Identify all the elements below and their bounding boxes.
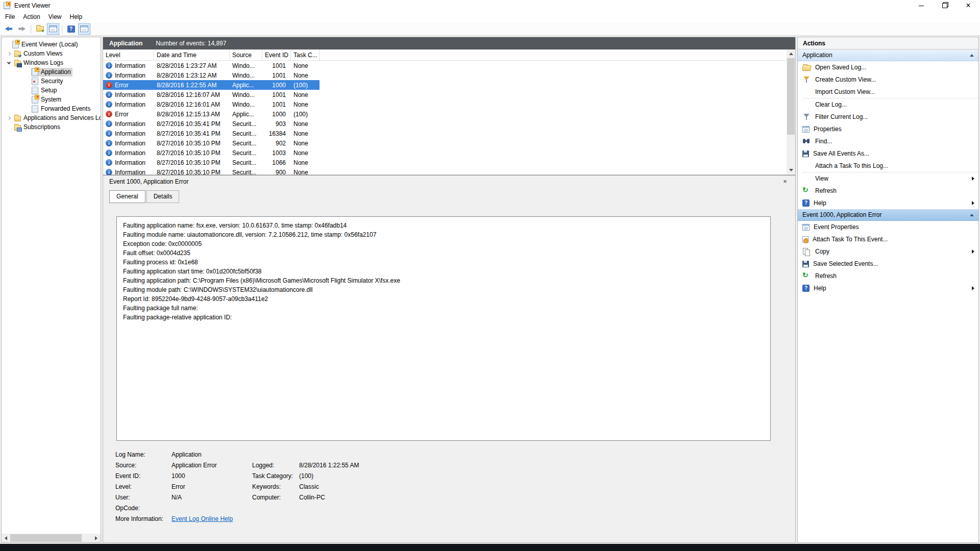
tree-item-applications-and-services-lo[interactable]: Applications and Services Lo [2, 113, 101, 122]
event-row[interactable]: iInformation8/28/2016 1:23:27 AMWindo...… [103, 61, 320, 70]
collapse-caret-icon[interactable] [970, 214, 974, 216]
tree-item-custom-views[interactable]: Custom Views [2, 49, 101, 58]
action-properties[interactable]: Properties [798, 123, 978, 135]
column-header-event-id[interactable]: Event ID [262, 49, 291, 60]
help-button[interactable] [65, 23, 77, 35]
export-log-button[interactable] [34, 23, 46, 35]
action-event-properties[interactable]: Event Properties [798, 221, 978, 233]
back-button[interactable] [3, 23, 15, 35]
close-button[interactable] [957, 0, 980, 11]
event-row[interactable]: iInformation8/27/2016 10:35:10 PMSecurit… [103, 167, 320, 175]
action-refresh[interactable]: Refresh [798, 270, 978, 282]
column-header-level[interactable]: Level [103, 49, 154, 60]
action-clear-log[interactable]: Clear Log... [798, 98, 978, 111]
section-header-label: Event 1000, Application Error [802, 211, 881, 218]
event-row[interactable]: iInformation8/28/2016 12:16:07 AMWindo..… [103, 90, 320, 99]
collapse-caret-icon[interactable] [970, 54, 974, 57]
scrollbar-thumb[interactable] [787, 58, 795, 135]
event-row[interactable]: iInformation8/27/2016 10:35:10 PMSecurit… [103, 158, 320, 167]
actions-section-application[interactable]: Application [798, 49, 978, 61]
event-row[interactable]: iInformation8/27/2016 10:35:10 PMSecurit… [103, 138, 320, 148]
action-view[interactable]: View [798, 172, 978, 185]
scroll-right-button[interactable] [92, 534, 101, 542]
tree-item-setup[interactable]: Setup [2, 86, 101, 95]
tree-item-label: Forwarded Events [41, 105, 90, 112]
action-filter-current-log[interactable]: Filter Current Log... [798, 111, 978, 123]
action-import-custom-view[interactable]: Import Custom View... [798, 86, 978, 98]
task-category-cell: None [291, 159, 320, 166]
scroll-up-button[interactable] [787, 49, 795, 58]
tree-item-security[interactable]: Security [2, 77, 101, 86]
action-create-custom-view[interactable]: Create Custom View... [798, 73, 978, 86]
level-cell: iInformation [103, 62, 154, 69]
taskbar-strip [0, 544, 980, 551]
event-log-online-help-link[interactable]: Event Log Online Help [172, 515, 252, 522]
level-text: Information [115, 101, 145, 108]
event-id-cell: 1001 [262, 72, 291, 79]
actions-pane: Actions ApplicationOpen Saved Log...Crea… [797, 37, 979, 543]
action-help[interactable]: Help [798, 197, 978, 209]
tree-item-subscriptions[interactable]: Subscriptions [2, 122, 101, 132]
event-row[interactable]: iInformation8/27/2016 10:35:10 PMSecurit… [103, 148, 320, 158]
scroll-down-icon [789, 169, 793, 171]
close-preview-icon[interactable] [781, 178, 789, 185]
event-list-scrollbar[interactable] [787, 49, 795, 174]
event-row[interactable]: iInformation8/27/2016 10:35:41 PMSecurit… [103, 129, 320, 138]
field-label: Source: [115, 462, 172, 469]
action-open-saved-log[interactable]: Open Saved Log... [798, 61, 978, 73]
expand-icon[interactable] [7, 116, 11, 119]
menu-view[interactable]: View [44, 12, 66, 21]
info-icon: i [106, 149, 112, 156]
column-header-source[interactable]: Source [230, 49, 262, 60]
menu-file[interactable]: File [1, 12, 19, 21]
tree-item-forwarded-events[interactable]: Forwarded Events [2, 104, 101, 113]
action-attach-a-task-to-this-log[interactable]: Attach a Task To this Log... [798, 160, 978, 172]
event-row[interactable]: iInformation8/28/2016 1:23:12 AMWindo...… [103, 70, 320, 80]
tab-details[interactable]: Details [146, 190, 180, 203]
event-id-cell: 1000 [262, 82, 291, 89]
tree-horizontal-scrollbar[interactable] [2, 534, 101, 542]
scroll-down-button[interactable] [787, 166, 795, 174]
submenu-arrow-icon [972, 201, 974, 205]
tab-general[interactable]: General [109, 190, 145, 203]
source-cell: Securit... [230, 169, 262, 176]
scrollbar-thumb[interactable] [10, 534, 82, 542]
menu-help[interactable]: Help [66, 12, 87, 21]
column-header-date-and-time[interactable]: Date and Time [154, 49, 230, 60]
description-line: Faulting application name: fsx.exe, vers… [123, 221, 764, 230]
forward-button[interactable] [16, 23, 28, 35]
event-row[interactable]: !Error8/28/2016 1:22:55 AMApplic...1000(… [103, 80, 320, 90]
show-console-tree-button[interactable] [47, 23, 59, 35]
task-category-cell: (100) [291, 82, 320, 89]
tree-item-system[interactable]: System [2, 95, 101, 104]
save-icon [802, 151, 809, 157]
event-description-box[interactable]: Faulting application name: fsx.exe, vers… [116, 216, 771, 441]
field-row: OpCode: [115, 503, 795, 513]
task-category-cell: None [291, 140, 320, 147]
tree-item-application[interactable]: Application [2, 67, 101, 77]
level-cell: iInformation [103, 169, 154, 176]
event-row[interactable]: iInformation8/28/2016 12:16:01 AMWindo..… [103, 99, 320, 109]
action-save-selected-events[interactable]: Save Selected Events... [798, 258, 978, 270]
column-header-task-c[interactable]: Task C... [291, 49, 320, 60]
action-find[interactable]: Find... [798, 135, 978, 147]
scroll-left-button[interactable] [2, 534, 10, 542]
expand-icon[interactable] [7, 52, 11, 55]
action-help[interactable]: Help [798, 282, 978, 294]
event-row[interactable]: iInformation8/27/2016 10:35:41 PMSecurit… [103, 119, 320, 129]
actions-section-event-1000-application-error[interactable]: Event 1000, Application Error [798, 209, 978, 221]
action-save-all-events-as[interactable]: Save All Events As... [798, 147, 978, 160]
menu-action[interactable]: Action [19, 12, 44, 21]
field-row: Source:Application ErrorLogged:8/28/2016… [115, 460, 795, 470]
minimize-button[interactable] [910, 0, 933, 11]
action-label: Help [814, 285, 826, 292]
tree-item-event-viewer-local[interactable]: Event Viewer (Local) [2, 40, 101, 49]
action-refresh[interactable]: Refresh [798, 185, 978, 197]
tree-item-windows-logs[interactable]: Windows Logs [2, 58, 101, 67]
action-copy[interactable]: Copy [798, 245, 978, 258]
event-row[interactable]: !Error8/28/2016 12:15:13 AMApplic...1000… [103, 109, 320, 119]
action-attach-task-to-this-event[interactable]: Attach Task To This Event... [798, 233, 978, 245]
restore-button[interactable] [933, 0, 957, 11]
collapse-icon[interactable] [7, 60, 11, 64]
show-action-pane-button[interactable] [78, 23, 90, 35]
